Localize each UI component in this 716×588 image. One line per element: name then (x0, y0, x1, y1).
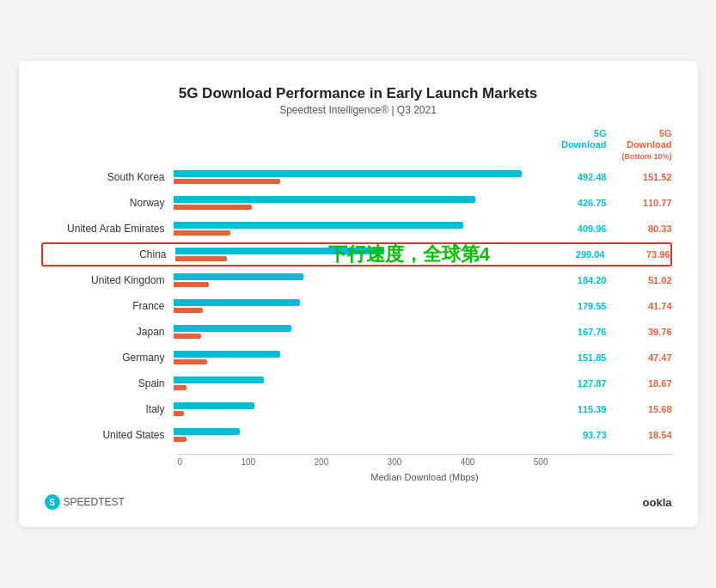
value-download: 151.85 (548, 352, 607, 363)
value-download: 426.75 (548, 198, 607, 208)
value-download: 167.76 (548, 327, 607, 337)
x-tick-label: 200 (315, 457, 329, 467)
table-row: United Arab Emirates 409.96 80.33 (45, 217, 672, 241)
bar-orange (174, 308, 203, 313)
value-bottom: 18.54 (610, 430, 672, 440)
chart-title: 5G Download Performance in Early Launch … (45, 85, 672, 102)
bar-orange (174, 282, 210, 287)
x-tick-label: 500 (534, 457, 548, 467)
annotation-text: 下行速度，全球第4 (328, 242, 490, 267)
country-label: Japan (45, 326, 174, 338)
bar-blue (174, 325, 292, 332)
table-row: France 179.55 41.74 (45, 294, 672, 318)
chart-card: 5G Download Performance in Early Launch … (19, 61, 698, 528)
country-label: China (46, 248, 175, 260)
table-row: Italy 115.39 15.68 (45, 397, 672, 421)
x-tick-label: 300 (388, 457, 402, 467)
value-download: 127.87 (548, 378, 607, 389)
value-bottom: 80.33 (610, 224, 672, 234)
bars-cell (174, 402, 548, 416)
bars-cell (174, 351, 548, 364)
table-row: Japan 167.76 39.76 (45, 320, 672, 344)
col-header-download: 5GDownload (548, 128, 607, 162)
bars-cell (174, 428, 548, 442)
value-bottom: 39.76 (610, 327, 672, 337)
bar-blue (174, 377, 264, 383)
bars-cell (174, 222, 548, 236)
table-row: South Korea 492.48 151.52 (45, 165, 672, 189)
bars-cell (174, 196, 548, 210)
bar-orange (174, 205, 252, 210)
value-download: 184.20 (548, 275, 607, 285)
country-label: South Korea (45, 171, 174, 183)
bar-blue (174, 170, 522, 177)
value-download: 115.39 (548, 404, 607, 414)
table-row: Germany 151.85 47.47 (45, 346, 672, 370)
value-bottom: 151.52 (610, 172, 672, 182)
value-download: 299.04 (547, 249, 605, 260)
country-label: Norway (45, 197, 174, 209)
bar-orange (174, 359, 207, 364)
bar-orange (174, 411, 185, 416)
speedtest-logo: S SPEEDTEST (45, 494, 125, 510)
bars-cell: 下行速度，全球第4 (175, 248, 547, 261)
value-bottom: 73.96 (609, 249, 670, 260)
value-download: 492.48 (548, 172, 607, 182)
table-row: United Kingdom 184.20 51.02 (45, 268, 672, 292)
country-label: Spain (45, 377, 174, 389)
table-row: Norway 426.75 110.77 (45, 191, 672, 215)
col-header-bottom: 5GDownload(Bottom 10%) (610, 128, 672, 162)
country-label: United States (45, 429, 174, 441)
bar-blue (174, 402, 255, 409)
value-download: 179.55 (548, 301, 607, 311)
bar-blue (174, 222, 463, 229)
bar-orange (174, 179, 281, 184)
table-row: United States 93.73 18.54 (45, 423, 672, 447)
x-tick-label: 400 (461, 457, 475, 467)
bar-orange (174, 385, 187, 390)
footer: S SPEEDTEST ookla (45, 494, 672, 510)
bar-blue (174, 428, 240, 435)
value-bottom: 15.68 (610, 404, 672, 414)
value-download: 93.73 (548, 430, 607, 440)
value-download: 409.96 (548, 224, 607, 234)
x-ticks: 0100200300400500 (178, 455, 548, 467)
bars-cell (174, 325, 548, 339)
bar-orange (174, 437, 187, 442)
country-label: France (45, 300, 174, 312)
bar-blue (174, 351, 281, 358)
chart-area: 5GDownload 5GDownload(Bottom 10%) South … (45, 128, 672, 483)
bar-orange (174, 334, 202, 339)
value-bottom: 51.02 (610, 275, 672, 285)
bar-blue (174, 196, 475, 203)
bars-cell (174, 170, 548, 184)
bar-blue (174, 299, 301, 306)
table-row: China 下行速度，全球第4 299.04 73.96 (41, 242, 672, 266)
x-tick-label: 0 (178, 457, 183, 467)
x-axis: 0100200300400500 (178, 454, 672, 467)
data-rows: South Korea 492.48 151.52 Norway 426.75 … (45, 165, 672, 449)
bar-blue (174, 273, 304, 280)
speedtest-icon: S (45, 494, 60, 510)
bar-orange (175, 256, 227, 261)
bar-orange (174, 230, 230, 236)
country-label: United Kingdom (45, 274, 174, 286)
value-bottom: 41.74 (610, 301, 672, 311)
speedtest-label: SPEEDTEST (64, 496, 125, 508)
bar-blue (175, 248, 385, 254)
x-axis-label: Median Download (Mbps) (178, 472, 672, 482)
value-bottom: 47.47 (610, 352, 672, 363)
column-headers: 5GDownload 5GDownload(Bottom 10%) (178, 128, 672, 162)
ookla-logo: ookla (643, 496, 672, 509)
x-tick-label: 100 (241, 457, 255, 467)
table-row: Spain 127.87 18.67 (45, 371, 672, 395)
country-label: Germany (45, 352, 174, 364)
bars-cell (174, 377, 548, 390)
value-bottom: 18.67 (610, 378, 672, 389)
bars-cell (174, 299, 548, 313)
country-label: Italy (45, 403, 174, 415)
bars-cell (174, 273, 548, 287)
country-label: United Arab Emirates (45, 223, 174, 235)
value-bottom: 110.77 (610, 198, 672, 208)
chart-subtitle: Speedtest Intelligence® | Q3 2021 (45, 104, 672, 116)
